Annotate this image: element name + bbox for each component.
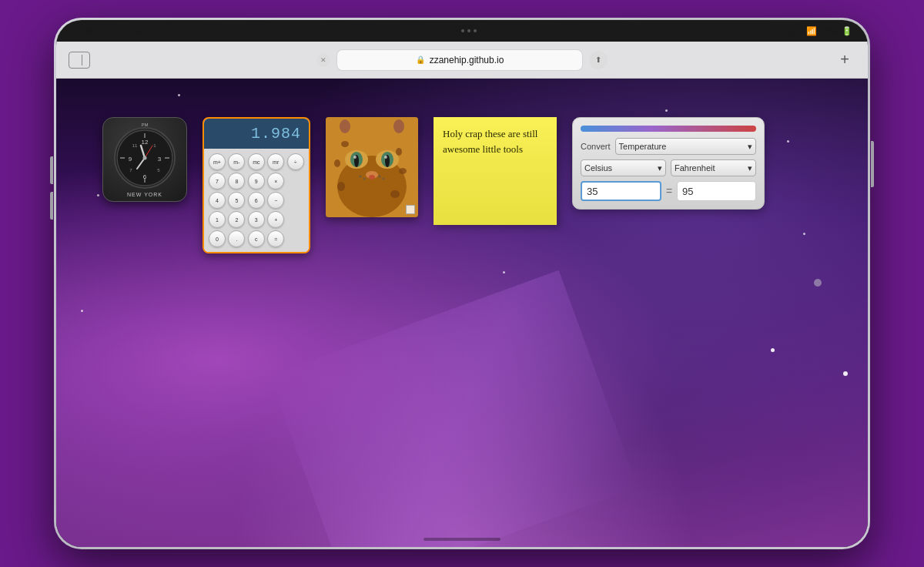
- calc-btn-2[interactable]: 2: [228, 211, 245, 228]
- calc-display: 1.984: [204, 119, 309, 149]
- clock-ampm: PM: [142, 122, 149, 127]
- svg-point-32: [399, 168, 407, 174]
- svg-text:3: 3: [158, 156, 162, 163]
- converter-from-chevron: ▾: [658, 163, 662, 173]
- share-button[interactable]: ⬆: [589, 51, 608, 69]
- converter-units-row: Celsius ▾ Fahrenheit ▾: [581, 159, 756, 176]
- calc-btn-mminus[interactable]: m-: [228, 153, 245, 170]
- calc-btn-minus[interactable]: −: [267, 192, 284, 209]
- svg-text:11: 11: [132, 143, 138, 148]
- svg-point-40: [383, 178, 385, 180]
- svg-point-45: [393, 119, 404, 133]
- status-right: ▂▄▆ 📶 50% 🔋: [784, 26, 852, 36]
- status-dot-3: [474, 29, 477, 32]
- svg-point-30: [396, 148, 402, 156]
- svg-point-34: [390, 190, 400, 198]
- url-text: zzanehip.github.io: [430, 55, 504, 65]
- status-center-dots: [461, 29, 477, 32]
- converter-type-row: Convert Temperature ▾: [581, 138, 756, 155]
- calc-btn-1[interactable]: 1: [209, 211, 226, 228]
- converter-widget: Convert Temperature ▾ Celsius ▾ Fahrenhe…: [572, 117, 765, 210]
- calc-btn-4[interactable]: 4: [209, 192, 226, 209]
- converter-to-value: Fahrenheit: [675, 163, 715, 173]
- converter-input-value: 35: [587, 186, 598, 197]
- calc-btn-5[interactable]: 5: [228, 192, 245, 209]
- svg-point-44: [340, 119, 350, 133]
- calc-btn-9[interactable]: 9: [248, 173, 265, 190]
- calc-btn-mplus[interactable]: m+: [209, 153, 226, 170]
- svg-point-36: [369, 175, 375, 179]
- close-tab-button[interactable]: ✕: [316, 53, 330, 67]
- converter-equals: =: [666, 185, 672, 197]
- power-button[interactable]: [871, 141, 874, 187]
- calculator-widget[interactable]: 1.984 m+ m- mc mr ÷ 7 8 9 × 4 5 6: [203, 117, 310, 253]
- clock-city: NEW YORK: [127, 192, 162, 197]
- svg-point-38: [363, 178, 366, 180]
- converter-to-select[interactable]: Fahrenheit ▾: [671, 159, 756, 176]
- svg-point-27: [341, 141, 349, 147]
- leopard-image: [326, 117, 418, 217]
- converter-gradient-bar: [581, 126, 756, 132]
- new-tab-button[interactable]: +: [834, 49, 855, 71]
- clock-widget: PM 12 3 6: [102, 117, 187, 202]
- converter-input-field[interactable]: 35: [581, 181, 661, 201]
- converter-from-select[interactable]: Celsius ▾: [581, 159, 666, 176]
- lock-icon: 🔒: [416, 55, 425, 64]
- calc-btn-divide[interactable]: ÷: [287, 153, 304, 170]
- widgets-container: PM 12 3 6: [102, 117, 852, 253]
- calc-btn-mc[interactable]: mc: [248, 153, 265, 170]
- svg-point-37: [360, 176, 362, 178]
- ipad-screen: 12:36 PM Fri Jul 2 ▂▄▆ 📶 50% 🔋: [56, 20, 868, 547]
- url-bar[interactable]: 🔒 zzanehip.github.io: [336, 49, 583, 71]
- volume-up-button[interactable]: [50, 156, 53, 184]
- calc-btn-6[interactable]: 6: [248, 192, 265, 209]
- sidebar-icon: [76, 55, 82, 65]
- sticky-text: Holy crap these are still awesome little…: [443, 126, 547, 156]
- converter-output-field: 95: [677, 181, 756, 201]
- converter-type-value: Temperature: [619, 142, 667, 151]
- calc-btn-0[interactable]: 0: [209, 230, 226, 247]
- svg-text:12: 12: [142, 139, 149, 146]
- calc-btn-multiply[interactable]: ×: [267, 173, 284, 190]
- calc-btn-equals[interactable]: =: [267, 230, 284, 247]
- browser-toolbar: ✕ 🔒 zzanehip.github.io ⬆ +: [56, 42, 868, 79]
- status-time-date: 12:36 PM Fri Jul 2: [72, 26, 153, 35]
- calc-btn-3[interactable]: 3: [248, 211, 265, 228]
- converter-to-chevron: ▾: [748, 163, 752, 173]
- clock-svg: 12 3 6 9 1 5 7 11: [116, 129, 174, 187]
- svg-point-25: [353, 156, 357, 159]
- sticky-note[interactable]: Holy crap these are still awesome little…: [434, 117, 557, 225]
- wifi-icon: 📶: [806, 26, 817, 36]
- light-streak: [270, 270, 638, 547]
- calc-btn-mr[interactable]: mr: [267, 153, 284, 170]
- status-dot-2: [467, 29, 470, 32]
- calc-btn-7[interactable]: 7: [209, 173, 226, 190]
- leopard-image-widget: [326, 117, 418, 217]
- svg-point-31: [334, 159, 340, 167]
- status-bar: 12:36 PM Fri Jul 2 ▂▄▆ 📶 50% 🔋: [56, 20, 868, 42]
- home-indicator[interactable]: [424, 538, 500, 541]
- volume-down-button[interactable]: [50, 192, 53, 220]
- sidebar-button[interactable]: [69, 52, 90, 69]
- converter-from-value: Celsius: [584, 163, 612, 173]
- svg-point-26: [384, 156, 387, 159]
- desktop: PM 12 3 6: [56, 79, 868, 547]
- converter-type-chevron: ▾: [748, 142, 752, 152]
- calc-btn-c[interactable]: c: [248, 230, 265, 247]
- image-resize-handle[interactable]: [406, 205, 415, 214]
- converter-label: Convert: [581, 142, 611, 151]
- gray-dot: [814, 279, 822, 287]
- converter-type-select[interactable]: Temperature ▾: [615, 138, 756, 155]
- calc-btn-8[interactable]: 8: [228, 173, 245, 190]
- signal-icon: ▂▄▆: [784, 26, 802, 36]
- converter-output-value: 95: [682, 186, 693, 197]
- svg-text:9: 9: [129, 156, 132, 163]
- battery-level: 50%: [821, 26, 838, 35]
- svg-point-16: [143, 156, 147, 159]
- status-date: Fri Jul 2: [119, 26, 153, 35]
- url-bar-container: ✕ 🔒 zzanehip.github.io ⬆: [98, 49, 826, 71]
- calc-btn-plus[interactable]: +: [267, 211, 284, 228]
- calc-btn-dot[interactable]: .: [228, 230, 245, 247]
- clock-face: 12 3 6 9 1 5 7 11: [114, 127, 176, 189]
- svg-point-33: [337, 182, 345, 191]
